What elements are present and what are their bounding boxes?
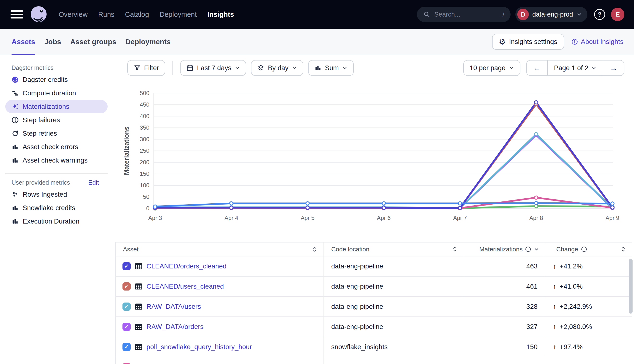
date-range-button[interactable]: Last 7 days [180, 60, 246, 76]
sidebar-section-header: Dagster metrics [0, 62, 113, 73]
group-by-button[interactable]: By day [251, 60, 303, 76]
chevron-down-icon [593, 67, 595, 69]
aggregation-label: Sum [325, 64, 339, 72]
nav-item-runs[interactable]: Runs [98, 10, 114, 18]
asset-cell: ✓RAW_DATA/orders [116, 317, 324, 337]
sort-icon [454, 247, 456, 252]
asset-cell: ✓CLEANED/users_cleaned [116, 276, 324, 296]
code-location-cell: data-eng-pipeline [324, 317, 464, 337]
svg-text:Apr 5: Apr 5 [301, 215, 314, 221]
sidebar-item-materializations[interactable]: Materializations [5, 100, 108, 113]
asset-cell: ✓CLEANED/orders_cleaned [116, 256, 324, 276]
asset-link[interactable]: RAW_DATA/orders [146, 323, 204, 331]
svg-text:Apr 9: Apr 9 [606, 215, 619, 221]
tab-asset-groups[interactable]: Asset groups [70, 29, 116, 55]
table-scrollbar[interactable] [629, 259, 632, 314]
sort-icon [622, 247, 624, 252]
row-checkbox[interactable]: ✓ [122, 302, 131, 311]
per-page-button[interactable]: 10 per page [463, 60, 520, 76]
info-icon [526, 247, 530, 252]
asset-link[interactable]: CLEANED/orders_cleaned [146, 262, 226, 270]
gear-icon: ⚙ [499, 38, 506, 46]
materializations-cell: 327 [464, 317, 544, 337]
change-cell: ↑+41.0% [544, 276, 632, 296]
chevron-down-icon [236, 67, 239, 69]
sidebar-item-step-failures[interactable]: Step failures [5, 113, 108, 127]
hamburger-menu-icon[interactable] [10, 10, 23, 18]
column-label: Asset [123, 246, 138, 253]
tabs: AssetsJobsAsset groupsDeployments [12, 29, 171, 55]
table-icon [134, 282, 143, 290]
filter-label: Filter [144, 64, 159, 72]
search-input[interactable]: Search... / [417, 7, 510, 22]
change-cell: ↑+2,242.9% [544, 297, 632, 316]
chevron-down-icon [344, 67, 346, 69]
svg-text:400: 400 [140, 113, 149, 119]
aggregation-button[interactable]: Sum [308, 60, 354, 76]
about-insights-link[interactable]: About Insights [571, 38, 624, 46]
change-value: +41.2% [560, 262, 582, 270]
code-location-cell: data-eng-pipeline [324, 297, 464, 316]
tab-assets[interactable]: Assets [12, 29, 35, 55]
insights-settings-button[interactable]: ⚙ Insights settings [492, 34, 564, 50]
tab-deployments[interactable]: Deployments [125, 29, 170, 55]
dots-icon [12, 191, 19, 198]
search-placeholder: Search... [434, 11, 460, 18]
nav-item-catalog[interactable]: Catalog [125, 10, 149, 18]
column-header-change[interactable]: Change [544, 242, 632, 256]
dagster-logo-icon[interactable] [30, 6, 48, 23]
sidebar-item-asset-check-errors[interactable]: Asset check errors [5, 140, 108, 154]
sidebar-item-asset-check-warnings[interactable]: Asset check warnings [5, 154, 108, 167]
sidebar-item-label: Step retries [22, 130, 57, 137]
row-checkbox[interactable]: ✓ [122, 363, 131, 364]
next-page-button[interactable]: → [603, 60, 624, 76]
svg-text:300: 300 [140, 136, 149, 142]
nav-item-overview[interactable]: Overview [58, 10, 88, 18]
nav-item-insights[interactable]: Insights [207, 10, 234, 18]
svg-text:450: 450 [140, 101, 149, 108]
asset-link[interactable]: poll_snowflake_query_history_hour [146, 343, 252, 351]
metrics-sidebar: Dagster metricsDagster creditsCompute du… [0, 55, 113, 364]
nav-item-deployment[interactable]: Deployment [160, 10, 197, 18]
main-panel: Filter Last 7 days By day [113, 55, 634, 364]
workspace-switcher[interactable]: D data-eng-prod [515, 7, 588, 22]
search-icon [424, 12, 430, 17]
sidebar-item-rows-ingested[interactable]: Rows Ingested [5, 188, 108, 201]
sidebar-section-header: User provided metricsEdit [0, 177, 113, 188]
asset-link[interactable]: RAW_DATA/users [146, 303, 201, 310]
asset-link[interactable]: CLEANED/users_cleaned [146, 282, 224, 290]
bar-chart-icon [12, 143, 19, 150]
prev-page-button[interactable]: ← [527, 60, 547, 76]
help-icon[interactable]: ? [594, 9, 605, 20]
row-checkbox[interactable]: ✓ [122, 282, 131, 290]
sidebar-item-snowflake-credits[interactable]: Snowflake credits [5, 201, 108, 215]
filter-button[interactable]: Filter [127, 60, 165, 76]
svg-text:200: 200 [140, 159, 149, 166]
column-header-code-location[interactable]: Code location [324, 242, 464, 256]
sidebar-item-compute-duration[interactable]: Compute duration [5, 86, 108, 100]
sidebar-item-step-retries[interactable]: Step retries [5, 127, 108, 140]
dagster-insights-page: OverviewRunsCatalogDeploymentInsights Se… [0, 0, 634, 364]
sidebar-item-execution-duration[interactable]: Execution Duration [5, 215, 108, 228]
code-location-cell: data-eng-pipeline [324, 276, 464, 296]
bar-chart-icon [12, 204, 19, 212]
sidebar-item-label: Asset check warnings [22, 156, 88, 164]
edit-link[interactable]: Edit [88, 179, 99, 186]
sidebar-section-title: Dagster metrics [12, 64, 54, 71]
materializations-chart: 050100150200250300350400450500Apr 3Apr 4… [115, 82, 634, 230]
tab-jobs[interactable]: Jobs [44, 29, 61, 55]
svg-text:150: 150 [140, 170, 149, 177]
column-header-asset[interactable]: Asset [116, 242, 324, 256]
row-checkbox[interactable]: ✓ [122, 262, 131, 270]
svg-text:0: 0 [146, 205, 149, 212]
about-insights-label: About Insights [581, 38, 624, 46]
table-icon [134, 302, 143, 311]
svg-text:Materializations: Materializations [123, 126, 130, 175]
row-checkbox[interactable]: ✓ [122, 323, 131, 331]
sidebar-item-dagster-credits[interactable]: Dagster credits [5, 73, 108, 86]
avatar[interactable]: E [611, 8, 624, 21]
dagster-credits-icon [12, 76, 19, 83]
page-select-button[interactable]: Page 1 of 2 [547, 60, 603, 76]
column-header-materializations[interactable]: Materializations [464, 242, 544, 256]
row-checkbox[interactable]: ✓ [122, 343, 131, 351]
